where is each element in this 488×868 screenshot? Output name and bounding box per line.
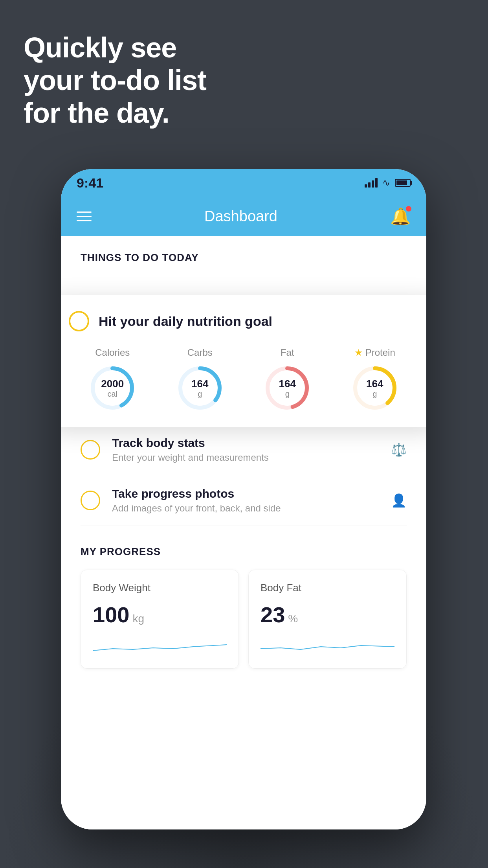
body-weight-title: Body Weight [93,582,227,594]
protein-value: 164 [366,378,383,390]
calories-unit: cal [101,389,124,398]
status-icons: ∿ [365,177,411,188]
status-time: 9:41 [77,175,103,191]
body-stats-checkbox[interactable] [81,440,100,460]
body-fat-card[interactable]: Body Fat 23 % [248,570,407,669]
headline-line3: for the day. [24,97,206,129]
photos-checkbox[interactable] [81,491,100,510]
body-weight-card[interactable]: Body Weight 100 kg [81,570,239,669]
headline: Quickly see your to-do list for the day. [24,31,206,129]
body-fat-title: Body Fat [261,582,394,594]
protein-label-row: ★ Protein [354,347,395,358]
body-fat-unit: % [288,612,298,625]
fat-value: 164 [279,378,296,390]
photos-subtitle: Add images of your front, back, and side [112,503,379,514]
body-weight-unit: kg [132,612,144,625]
todo-item-photos[interactable]: Take progress photos Add images of your … [81,475,407,526]
nutrition-card-title-row: Hit your daily nutrition goal [69,311,418,331]
body-stats-text: Track body stats Enter your weight and m… [112,436,379,463]
body-fat-value-row: 23 % [261,602,394,627]
status-bar: 9:41 ∿ [61,169,426,197]
phone-mockup: 9:41 ∿ Dashboard 🔔 THINGS T [61,169,426,829]
todo-item-body-stats[interactable]: Track body stats Enter your weight and m… [81,425,407,475]
notification-bell[interactable]: 🔔 [390,207,411,226]
app-header: Dashboard 🔔 [61,197,426,236]
body-stats-icon: ⚖️ [391,442,407,457]
carbs-label: Carbs [187,347,213,358]
body-weight-chart [93,637,227,657]
battery-icon [395,179,411,187]
star-icon: ★ [354,347,363,358]
wifi-icon: ∿ [382,177,390,188]
things-to-do-header: THINGS TO DO TODAY [61,236,426,272]
photos-title: Take progress photos [112,487,379,500]
signal-bars-icon [365,178,378,188]
body-stats-subtitle: Enter your weight and measurements [112,452,379,463]
carbs-value: 164 [191,378,208,390]
header-title: Dashboard [204,208,277,225]
calories-value: 2000 [101,378,124,390]
body-weight-value: 100 [93,602,129,627]
nutrition-card-title: Hit your daily nutrition goal [99,314,272,329]
carbs-unit: g [191,389,208,398]
fat-unit: g [279,389,296,398]
nutrition-protein: ★ Protein 164 g [351,347,398,412]
carbs-chart: 164 g [176,364,224,412]
progress-header: MY PROGRESS [81,546,407,558]
body-fat-value: 23 [261,602,285,627]
notification-dot [406,206,411,211]
progress-cards: Body Weight 100 kg Body Fat 23 [81,570,407,669]
calories-chart: 2000 cal [89,364,136,412]
fat-chart: 164 g [264,364,311,412]
fat-label: Fat [281,347,294,358]
nutrition-checkbox[interactable] [69,311,89,331]
progress-section: MY PROGRESS Body Weight 100 kg Body [61,526,426,680]
photos-icon: 👤 [391,493,407,508]
headline-line1: Quickly see [24,31,206,64]
body-fat-chart [261,637,394,657]
headline-line2: your to-do list [24,64,206,97]
protein-unit: g [366,389,383,398]
calories-label: Calories [95,347,130,358]
nutrition-fat: Fat 164 g [264,347,311,412]
protein-chart: 164 g [351,364,398,412]
nutrition-card: Hit your daily nutrition goal Calories [61,295,426,427]
nutrition-row: Calories 2000 cal [69,347,418,412]
nutrition-carbs: Carbs 164 g [176,347,224,412]
nutrition-calories: Calories 2000 cal [89,347,136,412]
protein-label: Protein [365,347,395,358]
app-content: THINGS TO DO TODAY Hit your daily nutrit… [61,236,426,829]
body-stats-title: Track body stats [112,436,379,450]
body-weight-value-row: 100 kg [93,602,227,627]
photos-text: Take progress photos Add images of your … [112,487,379,514]
menu-button[interactable] [77,211,92,221]
